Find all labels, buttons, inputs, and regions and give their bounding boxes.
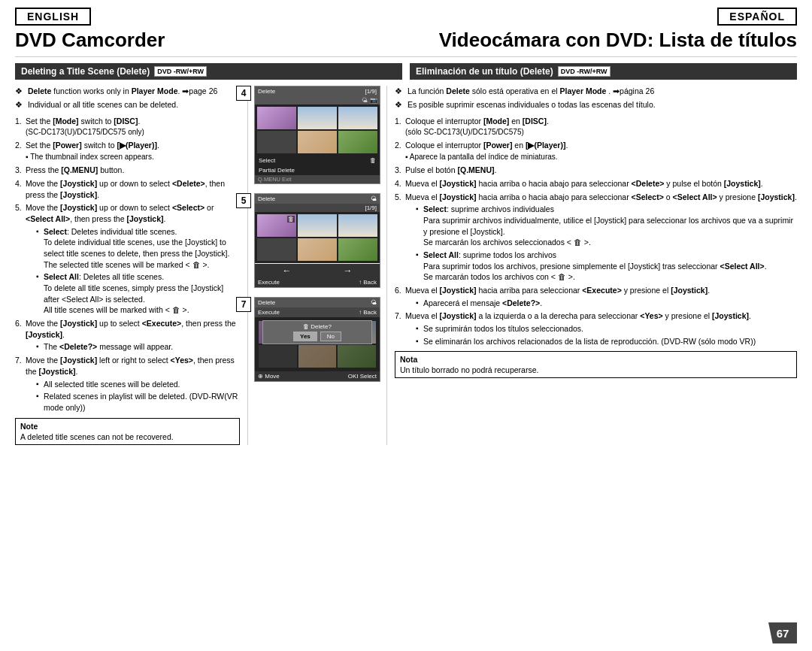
screen-7-move: ⊕ Move: [258, 373, 280, 380]
dvd-badge-right: DVD -RW/+RW: [558, 66, 611, 77]
substeps-right-5: Select: suprime archivos individuales Pa…: [405, 204, 797, 283]
thumb-5-3: [257, 238, 296, 261]
screen-5-icon: 🌤: [371, 195, 377, 202]
screen-panel-5-wrapper: 5 Delete 🌤 [1/9] 🗑: [254, 193, 380, 288]
screen-5-thumbnails: 🗑: [255, 212, 380, 263]
screen-5-arrow-left: ←: [283, 265, 292, 276]
substeps-right-7: Se suprimirán todos los títulos seleccio…: [405, 323, 797, 347]
step-right-6: 6. Mueva el [Joystick] hacia arriba para…: [395, 285, 797, 308]
screen-number-5: 5: [236, 193, 251, 208]
thumb-7-5: [338, 345, 376, 368]
screen-7-ok-select: OKI Select: [348, 373, 377, 380]
screen-4-select-label: Select: [259, 157, 275, 164]
screen-4-delete-label: Delete: [258, 88, 275, 95]
bullet-right-1: ❖ Es posible suprimir escenas individual…: [395, 99, 797, 111]
screen-7-yes-btn[interactable]: Yes: [293, 332, 317, 341]
substep-left-5-1: Select All: Deletes all title scenes. To…: [36, 271, 240, 316]
screen-4-trash-icon: 🗑: [370, 157, 376, 164]
substep-right-5-1: Select All: suprime todos los archivos P…: [416, 250, 797, 283]
right-column: ❖ La función Delete sólo está operativa …: [387, 86, 797, 445]
screen-5-arrows: ← →: [255, 264, 380, 277]
screen-7-navbar: ⊕ Move OKI Select: [255, 371, 380, 381]
thumb-5-4: [298, 238, 337, 261]
thumb-5-5: [338, 238, 377, 261]
screen-7-dialog-text: 🗑 Delete?: [265, 323, 369, 330]
section-header-right: Eliminación de un título (Delete) DVD -R…: [410, 63, 797, 80]
page: ENGLISH ESPAÑOL DVD Camcorder Videocámar…: [0, 0, 812, 651]
bullet-left-1: ❖ Individual or all title scenes can be …: [15, 99, 240, 111]
screen-7-no-btn[interactable]: No: [320, 332, 341, 341]
screen-7-execute: Execute: [258, 309, 280, 316]
screen-panel-7-wrapper: 7 Delete 🌤 Execute ↑ Back: [254, 297, 380, 382]
screen-5-arrow-right: →: [344, 265, 353, 276]
step-right-3: 3. Pulse el botón [Q.MENU].: [395, 165, 797, 176]
thumb-7-4: [298, 345, 337, 368]
screen-5-topbar: Delete 🌤: [255, 194, 380, 204]
bullets-left: ❖ Delete function works only in Player M…: [15, 86, 240, 111]
thumb-4-2: [338, 107, 377, 129]
step-left-2: 2. Set the [Power] switch to [▶(Player)]…: [15, 140, 240, 162]
screen-4-topbar: Delete [1/9]: [255, 86, 380, 96]
step-right-7: 7. Mueva el [Joystick] a la izquierda o …: [395, 310, 797, 347]
section-headers: Deleting a Title Scene (Delete) DVD -RW/…: [15, 63, 797, 80]
screen-7-dialog-buttons: Yes No: [265, 332, 369, 341]
screen-7-icon: 🌤: [371, 299, 377, 306]
note-left-text: A deleted title scenes can not be recove…: [20, 432, 235, 441]
substeps-right-6: Aparecerá el mensaje <Delete?>.: [405, 298, 797, 309]
step-left-1: 1. Set the [Mode] switch to [DISC]. (SC-…: [15, 116, 240, 138]
step-right-2: 2. Coloque el interruptor [Power] en [▶(…: [395, 140, 797, 162]
thumb-5-0-check: 🗑: [287, 216, 295, 223]
title-right: Videocámara con DVD: Lista de títulos: [439, 29, 797, 52]
thumb-5-0: 🗑: [257, 214, 296, 237]
screen-4-icon-row: 🌤 📷: [255, 96, 380, 104]
substep-right-6-0: Aparecerá el mensaje <Delete?>.: [416, 298, 797, 309]
note-left-title: Note: [20, 422, 235, 431]
title-left: DVD Camcorder: [15, 29, 165, 52]
screen-7-thumbs-area: 🗑 Delete? Yes No: [255, 317, 380, 371]
screen-5-execute: Execute: [258, 279, 280, 286]
main-titles: DVD Camcorder Videocámara con DVD: Lista…: [15, 29, 797, 57]
center-column: 4 Delete [1/9] 🌤 📷: [248, 86, 387, 445]
screen-4-icon1: 🌤: [362, 97, 368, 104]
substep-right-7-0: Se suprimirán todos los títulos seleccio…: [416, 323, 797, 335]
step-left-4: 4. Move the [Joystick] up or down to sel…: [15, 178, 240, 200]
thumb-5-1: [298, 214, 337, 237]
substep-right-7-1: Se eliminarán los archivos relacionados …: [416, 336, 797, 347]
page-number: 67: [768, 622, 797, 643]
step-left-6: 6. Move the [Joystick] up to select <Exe…: [15, 318, 240, 353]
substep-left-5-0: Select: Deletes individual title scenes.…: [36, 226, 240, 271]
step-left-5: 5. Move the [Joystick] up or down to sel…: [15, 202, 240, 316]
screen-number-4: 4: [236, 86, 251, 101]
screen-7-dialog: 🗑 Delete? Yes No: [262, 320, 372, 344]
note-right: Nota Un título borrado no podrá recupera…: [395, 351, 797, 378]
substep-left-7-1: Related scenes in playlist will be delet…: [36, 391, 240, 413]
lang-left: ENGLISH: [15, 8, 91, 26]
step-right-5: 5. Mueva el [Joystick] hacia arriba o ha…: [395, 192, 797, 283]
steps-right: 1. Coloque el interruptor [Mode] en [DIS…: [395, 116, 797, 347]
screen-panel-4-wrapper: 4 Delete [1/9] 🌤 📷: [254, 86, 380, 184]
step-right-4: 4. Mueva el [Joystick] hacia arriba o ha…: [395, 178, 797, 189]
bullet-left-0: ❖ Delete function works only in Player M…: [15, 86, 240, 97]
thumb-7-3: [259, 345, 297, 368]
substep-right-5-0: Select: suprime archivos individuales Pa…: [416, 204, 797, 248]
screen-4-thumbnails: [255, 104, 380, 156]
note-right-title: Nota: [400, 355, 792, 364]
screen-number-7: 7: [236, 297, 251, 312]
screen-7-back: ↑ Back: [359, 309, 377, 316]
screen-7-delete-label: Delete: [258, 299, 275, 306]
substeps-left-7: All selected title scenes will be delete…: [26, 379, 240, 413]
section-header-left: Deleting a Title Scene (Delete) DVD -RW/…: [15, 63, 402, 80]
thumb-4-4: [298, 131, 337, 153]
substeps-left-6: The <Delete?> message will appear.: [26, 341, 240, 353]
left-column: ❖ Delete function works only in Player M…: [15, 86, 248, 445]
screen-4-menu1: Select 🗑: [255, 156, 380, 165]
thumb-5-2: [338, 214, 377, 237]
thumb-4-3: [257, 131, 296, 153]
thumb-4-5: [338, 131, 377, 153]
screen-4-icon2: 📷: [370, 97, 377, 104]
step-left-7: 7. Move the [Joystick] left or right to …: [15, 355, 240, 413]
section-header-left-text: Deleting a Title Scene (Delete): [21, 66, 150, 77]
step-left-3: 3. Press the [Q.MENU] button.: [15, 165, 240, 176]
content-area: ❖ Delete function works only in Player M…: [15, 86, 797, 445]
steps-left: 1. Set the [Mode] switch to [DISC]. (SC-…: [15, 116, 240, 413]
